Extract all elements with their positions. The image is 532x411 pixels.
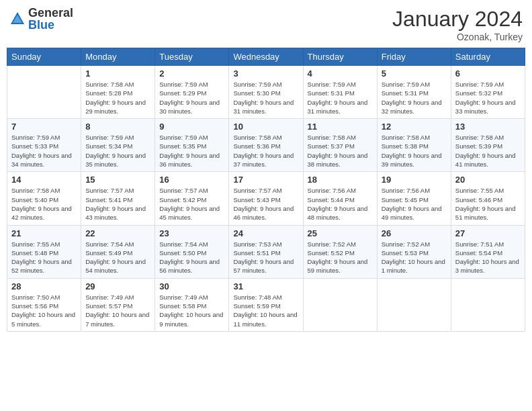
day-info: Sunrise: 7:59 AM Sunset: 5:31 PM Dayligh… <box>382 80 447 116</box>
logo-text: General Blue <box>28 7 73 31</box>
calendar-cell: 11Sunrise: 7:58 AM Sunset: 5:37 PM Dayli… <box>303 119 377 172</box>
day-number: 21 <box>11 228 77 238</box>
day-number: 22 <box>85 228 150 238</box>
day-number: 6 <box>455 68 521 79</box>
day-info: Sunrise: 7:57 AM Sunset: 5:41 PM Dayligh… <box>85 186 150 222</box>
day-info: Sunrise: 7:59 AM Sunset: 5:33 PM Dayligh… <box>11 133 77 169</box>
calendar-cell: 17Sunrise: 7:57 AM Sunset: 5:43 PM Dayli… <box>229 172 303 225</box>
location-subtitle: Ozonak, Turkey <box>392 32 523 42</box>
logo-icon <box>9 11 26 27</box>
day-info: Sunrise: 7:50 AM Sunset: 5:56 PM Dayligh… <box>11 293 77 328</box>
calendar-cell: 15Sunrise: 7:57 AM Sunset: 5:41 PM Dayli… <box>81 172 155 225</box>
col-monday: Monday <box>81 48 155 66</box>
calendar-cell <box>7 66 81 119</box>
day-number: 28 <box>11 281 77 291</box>
day-info: Sunrise: 7:58 AM Sunset: 5:40 PM Dayligh… <box>11 186 77 222</box>
calendar-week-4: 21Sunrise: 7:55 AM Sunset: 5:48 PM Dayli… <box>7 225 525 278</box>
day-info: Sunrise: 7:57 AM Sunset: 5:43 PM Dayligh… <box>233 186 298 222</box>
day-info: Sunrise: 7:53 AM Sunset: 5:51 PM Dayligh… <box>233 240 298 275</box>
day-number: 31 <box>233 281 298 291</box>
day-info: Sunrise: 7:54 AM Sunset: 5:49 PM Dayligh… <box>85 240 150 275</box>
day-info: Sunrise: 7:57 AM Sunset: 5:42 PM Dayligh… <box>159 186 224 222</box>
col-saturday: Saturday <box>451 48 525 66</box>
day-info: Sunrise: 7:56 AM Sunset: 5:45 PM Dayligh… <box>382 186 447 222</box>
day-number: 18 <box>308 175 373 185</box>
day-info: Sunrise: 7:59 AM Sunset: 5:35 PM Dayligh… <box>159 133 224 169</box>
calendar-cell: 6Sunrise: 7:59 AM Sunset: 5:32 PM Daylig… <box>451 66 525 119</box>
calendar-cell: 10Sunrise: 7:58 AM Sunset: 5:36 PM Dayli… <box>229 119 303 172</box>
day-info: Sunrise: 7:55 AM Sunset: 5:48 PM Dayligh… <box>11 240 77 275</box>
calendar-cell: 13Sunrise: 7:58 AM Sunset: 5:39 PM Dayli… <box>451 119 525 172</box>
day-info: Sunrise: 7:52 AM Sunset: 5:52 PM Dayligh… <box>308 240 373 275</box>
day-number: 3 <box>233 68 298 79</box>
calendar-header-row: Sunday Monday Tuesday Wednesday Thursday… <box>7 48 525 66</box>
calendar-cell: 26Sunrise: 7:52 AM Sunset: 5:53 PM Dayli… <box>377 225 451 278</box>
day-number: 9 <box>159 122 224 132</box>
day-number: 12 <box>382 122 447 132</box>
calendar-cell: 1Sunrise: 7:58 AM Sunset: 5:28 PM Daylig… <box>81 66 155 119</box>
col-friday: Friday <box>377 48 451 66</box>
day-number: 17 <box>233 175 298 185</box>
calendar-week-3: 14Sunrise: 7:58 AM Sunset: 5:40 PM Dayli… <box>7 172 525 225</box>
day-number: 13 <box>455 122 521 132</box>
day-info: Sunrise: 7:58 AM Sunset: 5:37 PM Dayligh… <box>308 133 373 169</box>
calendar-cell: 22Sunrise: 7:54 AM Sunset: 5:49 PM Dayli… <box>81 225 155 278</box>
day-number: 11 <box>308 122 373 132</box>
calendar-cell: 27Sunrise: 7:51 AM Sunset: 5:54 PM Dayli… <box>451 225 525 278</box>
day-number: 2 <box>159 68 224 79</box>
day-number: 27 <box>455 228 521 238</box>
day-number: 15 <box>85 175 150 185</box>
calendar-cell: 18Sunrise: 7:56 AM Sunset: 5:44 PM Dayli… <box>303 172 377 225</box>
day-info: Sunrise: 7:59 AM Sunset: 5:31 PM Dayligh… <box>308 80 373 116</box>
day-number: 30 <box>159 281 224 291</box>
day-number: 29 <box>85 281 150 291</box>
day-number: 16 <box>159 175 224 185</box>
day-info: Sunrise: 7:58 AM Sunset: 5:38 PM Dayligh… <box>382 133 447 169</box>
calendar-cell <box>377 278 451 331</box>
calendar-week-1: 1Sunrise: 7:58 AM Sunset: 5:28 PM Daylig… <box>7 66 525 119</box>
day-info: Sunrise: 7:52 AM Sunset: 5:53 PM Dayligh… <box>382 240 447 275</box>
day-info: Sunrise: 7:51 AM Sunset: 5:54 PM Dayligh… <box>455 240 521 275</box>
calendar-cell: 25Sunrise: 7:52 AM Sunset: 5:52 PM Dayli… <box>303 225 377 278</box>
day-number: 5 <box>382 68 447 79</box>
day-info: Sunrise: 7:55 AM Sunset: 5:46 PM Dayligh… <box>455 186 521 222</box>
calendar-cell: 21Sunrise: 7:55 AM Sunset: 5:48 PM Dayli… <box>7 225 81 278</box>
calendar-cell: 29Sunrise: 7:49 AM Sunset: 5:57 PM Dayli… <box>81 278 155 331</box>
day-number: 26 <box>382 228 447 238</box>
calendar-cell: 28Sunrise: 7:50 AM Sunset: 5:56 PM Dayli… <box>7 278 81 331</box>
calendar-table: Sunday Monday Tuesday Wednesday Thursday… <box>7 48 525 332</box>
day-number: 20 <box>455 175 521 185</box>
calendar-cell: 14Sunrise: 7:58 AM Sunset: 5:40 PM Dayli… <box>7 172 81 225</box>
title-block: January 2024 Ozonak, Turkey <box>392 7 523 42</box>
day-number: 8 <box>85 122 150 132</box>
calendar-cell: 30Sunrise: 7:49 AM Sunset: 5:58 PM Dayli… <box>155 278 229 331</box>
day-info: Sunrise: 7:58 AM Sunset: 5:36 PM Dayligh… <box>233 133 298 169</box>
day-info: Sunrise: 7:59 AM Sunset: 5:29 PM Dayligh… <box>159 80 224 116</box>
day-number: 4 <box>308 68 373 79</box>
day-info: Sunrise: 7:48 AM Sunset: 5:59 PM Dayligh… <box>233 293 298 328</box>
col-wednesday: Wednesday <box>229 48 303 66</box>
day-number: 10 <box>233 122 298 132</box>
day-number: 19 <box>382 175 447 185</box>
day-info: Sunrise: 7:59 AM Sunset: 5:32 PM Dayligh… <box>455 80 521 116</box>
calendar-cell: 5Sunrise: 7:59 AM Sunset: 5:31 PM Daylig… <box>377 66 451 119</box>
day-info: Sunrise: 7:59 AM Sunset: 5:30 PM Dayligh… <box>233 80 298 116</box>
day-info: Sunrise: 7:56 AM Sunset: 5:44 PM Dayligh… <box>308 186 373 222</box>
calendar-cell: 2Sunrise: 7:59 AM Sunset: 5:29 PM Daylig… <box>155 66 229 119</box>
calendar-cell: 3Sunrise: 7:59 AM Sunset: 5:30 PM Daylig… <box>229 66 303 119</box>
logo: General Blue <box>9 7 73 31</box>
calendar-cell: 7Sunrise: 7:59 AM Sunset: 5:33 PM Daylig… <box>7 119 81 172</box>
day-info: Sunrise: 7:58 AM Sunset: 5:28 PM Dayligh… <box>85 80 150 116</box>
calendar-cell: 19Sunrise: 7:56 AM Sunset: 5:45 PM Dayli… <box>377 172 451 225</box>
col-thursday: Thursday <box>303 48 377 66</box>
day-info: Sunrise: 7:49 AM Sunset: 5:57 PM Dayligh… <box>85 293 150 328</box>
day-number: 1 <box>85 68 150 79</box>
calendar-cell: 8Sunrise: 7:59 AM Sunset: 5:34 PM Daylig… <box>81 119 155 172</box>
calendar-cell: 9Sunrise: 7:59 AM Sunset: 5:35 PM Daylig… <box>155 119 229 172</box>
logo-general: General <box>28 7 73 19</box>
calendar-week-5: 28Sunrise: 7:50 AM Sunset: 5:56 PM Dayli… <box>7 278 525 331</box>
day-number: 23 <box>159 228 224 238</box>
calendar-cell: 23Sunrise: 7:54 AM Sunset: 5:50 PM Dayli… <box>155 225 229 278</box>
calendar-cell: 4Sunrise: 7:59 AM Sunset: 5:31 PM Daylig… <box>303 66 377 119</box>
page-header: General Blue January 2024 Ozonak, Turkey <box>7 7 525 42</box>
